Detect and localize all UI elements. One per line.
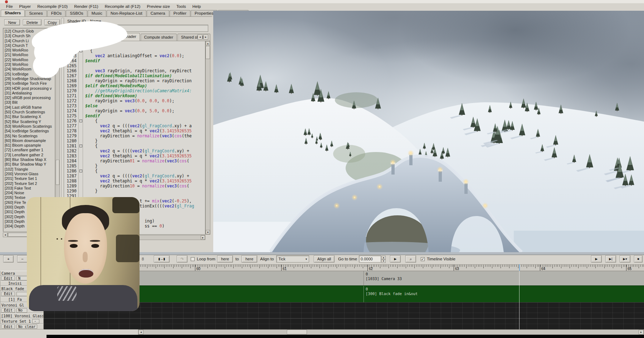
menu-item-tools[interactable]: Tools <box>173 4 189 9</box>
fold-collapse-icon[interactable]: − <box>79 119 82 122</box>
edit-button[interactable]: Edit <box>1 308 15 313</box>
fold-gutter[interactable] <box>78 53 83 58</box>
shader-list-item[interactable]: [32] sRGB post processing <box>3 95 55 100</box>
timeline-hscrollbar[interactable]: ◄ ► <box>138 329 644 335</box>
shader-list-item[interactable]: [33] Blit <box>3 100 55 105</box>
clip-camera-33[interactable]: [1033] Camera 33 <box>366 276 402 281</box>
menu-item-file[interactable]: File <box>3 4 16 9</box>
spin-down-icon[interactable]: ▼ <box>381 259 386 263</box>
loop-from-checkbox[interactable] <box>191 257 195 261</box>
shader-list-item[interactable]: [204] Noise <box>3 191 55 195</box>
timeline-zoom-in-button[interactable]: + <box>3 255 14 263</box>
fold-gutter[interactable] <box>78 158 83 163</box>
fold-gutter[interactable] <box>78 98 83 103</box>
go-play-button[interactable]: ▶ <box>390 255 401 263</box>
fold-gutter[interactable] <box>78 153 83 158</box>
loop-from-here-button[interactable]: here <box>217 255 233 263</box>
timeline-zoom-out-button[interactable]: − <box>17 255 28 263</box>
menu-item-render-f11[interactable]: Render (F11) <box>71 4 102 9</box>
track-header-texture-set-1[interactable]: Texture Set 1- <box>0 318 44 324</box>
shader-list-item[interactable]: [31] Antialiasing <box>3 91 55 95</box>
scroll-up-icon[interactable]: ▲ <box>206 41 210 45</box>
track-lane-texture-set[interactable] <box>44 318 644 329</box>
fold-gutter[interactable] <box>78 133 83 138</box>
search-icon[interactable]: ⌕ <box>405 255 416 263</box>
shader-list-item[interactable]: [60] Bloom downsample <box>3 138 55 143</box>
tab-camera[interactable]: Camera <box>147 10 169 17</box>
clear-mode-select[interactable]: No <box>16 308 27 313</box>
play-options-button[interactable]: ▶▾ <box>620 255 630 263</box>
shader-list-item[interactable]: [203] Fake Text <box>3 186 55 191</box>
delete-button[interactable]: Delete <box>23 19 42 25</box>
scroll-right-icon[interactable]: ► <box>201 235 205 240</box>
shader-list-item[interactable]: [29] IceBridge Torch Fire <box>3 81 55 86</box>
shader-list-item[interactable]: [80] Blur Shadow Map X <box>3 157 55 162</box>
shader-list-item[interactable]: [61] Bloom upsample <box>3 143 55 148</box>
clear-mode-select[interactable]: N <box>16 276 27 280</box>
timeline-visible-checkbox[interactable]: ✓ <box>421 257 425 261</box>
fold-gutter[interactable] <box>78 113 83 118</box>
fold-gutter[interactable] <box>78 93 83 98</box>
fold-gutter[interactable] <box>78 83 83 88</box>
track-item-100-voronoi-glass[interactable]: [100] Voronoi Glass <box>0 313 44 318</box>
fold-gutter[interactable] <box>78 188 83 194</box>
shader-list-item[interactable]: [34] Last sRGB frame <box>3 105 55 110</box>
stop-button[interactable]: ■ <box>634 255 643 263</box>
shader-list-item[interactable]: [51] Blur Scattering X <box>3 114 55 119</box>
tab-ssbos[interactable]: SSBOs <box>66 10 87 17</box>
fold-gutter[interactable] <box>78 178 83 183</box>
fold-gutter[interactable]: − <box>78 118 83 123</box>
track-edit-row[interactable]: EditNo clear <box>0 324 44 329</box>
edit-button[interactable]: Edit <box>1 276 15 280</box>
play-button[interactable]: ▶ <box>591 255 602 263</box>
track-mode-select[interactable]: - <box>32 319 39 323</box>
tab-scenes[interactable]: Scenes <box>25 10 47 17</box>
fold-gutter[interactable] <box>78 108 83 113</box>
shader-list-item[interactable]: [53] WorkRoom Scatterings <box>3 124 55 129</box>
playhead-marker[interactable] <box>519 264 520 271</box>
clip-black-fade[interactable]: [300] Black fade in&out <box>366 292 418 296</box>
copy-button[interactable]: Copy <box>44 19 60 25</box>
tab-fbos[interactable]: FBOs <box>47 10 65 17</box>
menu-item-help[interactable]: Help <box>189 4 204 9</box>
menu-item-player[interactable]: Player <box>16 4 34 9</box>
scrollbar-thumb[interactable] <box>287 330 307 334</box>
shader-list-item[interactable]: [201] Texture Set 1 <box>3 176 55 181</box>
fold-gutter[interactable]: − <box>78 168 83 173</box>
scroll-down-icon[interactable]: ▼ <box>206 230 210 234</box>
edit-button[interactable]: Edit <box>1 324 15 329</box>
tab-profiler[interactable]: Profiler <box>170 10 190 17</box>
edit-button[interactable]: Edit <box>1 292 15 296</box>
clear-mode-select[interactable]: No clear <box>16 324 37 329</box>
align-all-button[interactable]: Align all <box>314 255 335 263</box>
fold-gutter[interactable] <box>78 58 83 63</box>
fold-gutter[interactable]: − <box>78 143 83 148</box>
fold-gutter[interactable] <box>78 68 83 73</box>
tab-shaders[interactable]: Shaders <box>1 10 25 17</box>
fold-gutter[interactable] <box>78 128 83 133</box>
fold-gutter[interactable] <box>78 183 83 188</box>
fold-gutter[interactable] <box>78 103 83 108</box>
shader-list-item[interactable]: [200] Voronoi Glass <box>3 172 55 176</box>
go-to-time-input[interactable]: 0.0000 <box>359 255 381 263</box>
shader-list-item[interactable]: [102] Triangle <box>3 167 55 172</box>
shader-list-item[interactable]: [55] No Scatterings <box>3 134 55 138</box>
spin-up-icon[interactable]: ▲ <box>381 256 386 259</box>
scroll-left-icon[interactable]: ◄ <box>3 232 8 237</box>
scrollbar-thumb[interactable] <box>206 46 210 59</box>
menu-item-recompile-f10[interactable]: Recompile (F10) <box>34 4 71 9</box>
tab-scroll-right-icon[interactable]: ► <box>203 34 208 40</box>
new-button[interactable]: New <box>4 19 20 25</box>
shader-list-item[interactable]: [73] Lensflare gather 2 <box>3 153 55 157</box>
shader-list-item[interactable]: [52] Blur Scattering Y <box>3 119 55 124</box>
step-button[interactable]: ▶| <box>605 255 616 263</box>
menu-item-preview-size[interactable]: Preview size <box>143 4 173 9</box>
menu-item-recompile-all-f12[interactable]: Recompile all (F12) <box>102 4 144 9</box>
fold-gutter[interactable] <box>78 173 83 178</box>
tab-scroll-left-icon[interactable]: ◄ <box>197 34 203 40</box>
redo-icon[interactable]: ↷ <box>177 255 187 263</box>
shader-list-item[interactable]: [54] IceBridge Scatterings <box>3 129 55 133</box>
time-stepper[interactable]: ▲ ▼ <box>381 256 386 263</box>
fold-gutter[interactable] <box>78 78 83 83</box>
fold-collapse-icon[interactable]: − <box>79 170 82 172</box>
